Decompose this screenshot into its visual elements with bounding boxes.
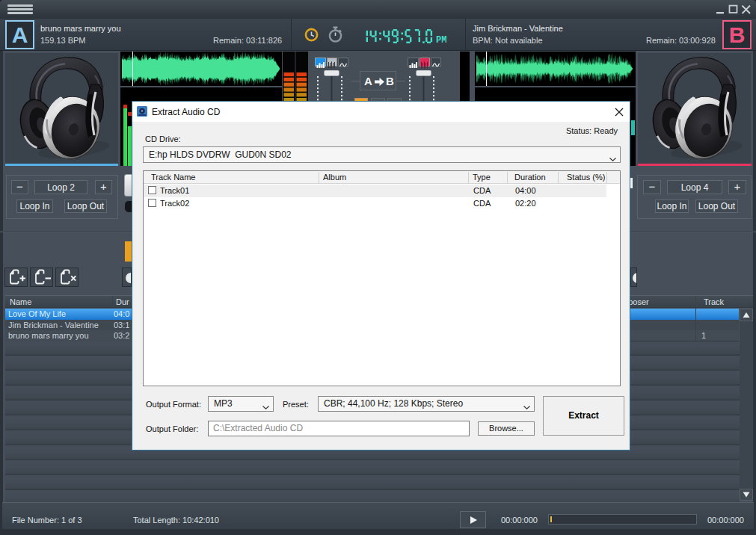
- svg-text:PM: PM: [436, 35, 446, 45]
